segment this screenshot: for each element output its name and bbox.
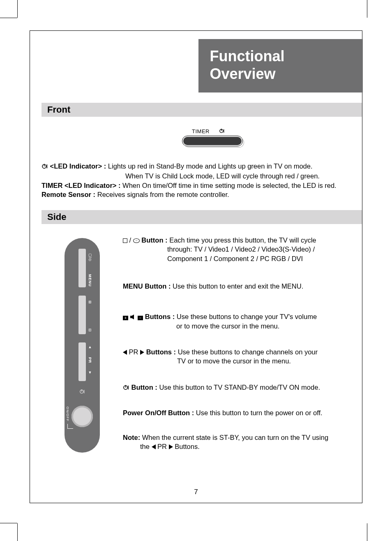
note-desc-2c: Buttons.	[173, 443, 200, 450]
power-icon	[123, 384, 129, 393]
minus-icon: −	[138, 316, 143, 320]
onoff-line	[67, 424, 73, 429]
side-button-pr	[78, 342, 86, 381]
section-header-side: Side	[42, 210, 362, 224]
page-number: 7	[30, 488, 362, 496]
side-button-volume	[78, 296, 86, 334]
vol-desc-2: or to move the cursor in the menu.	[123, 321, 350, 331]
standby-button-label: Button :	[131, 384, 157, 391]
volume-buttons-label: Buttons :	[145, 313, 175, 320]
source-button-label: Button :	[141, 236, 167, 244]
note-desc: Note: When the current state is ST-BY, y…	[123, 433, 350, 451]
pr-prefix: PR	[127, 348, 140, 356]
note-desc-2b: PR	[156, 443, 169, 450]
speaker-icon	[130, 312, 136, 321]
front-panel-diagram	[182, 136, 243, 146]
source-icon: ▢/⊙	[88, 253, 92, 261]
input-arrow-icon	[133, 238, 140, 243]
note-desc-2a: the	[140, 443, 152, 450]
remote-desc: Receives signals from the remote control…	[95, 191, 229, 198]
source-desc-1: Each time you press this button, the TV …	[168, 236, 316, 244]
vol-desc-1: Use these buttons to change your TV's vo…	[175, 313, 317, 320]
triangle-left-icon	[152, 444, 156, 449]
crop-mark	[0, 18, 17, 18]
crop-mark	[17, 0, 18, 18]
timer-indicator-label: TIMER <LED Indicator> :	[42, 182, 121, 189]
standby-button-desc: Button : Use this button to TV STAND-BY …	[123, 383, 350, 393]
onoff-label: ON/OFF	[66, 407, 69, 421]
title-box: Functional Overview	[198, 39, 363, 92]
side-panel-diagram: ▢/⊙ MENU ⊞ ⊟ ▲ PR ▼ ON/OFF	[65, 238, 100, 453]
timer-diagram-label: TIMER	[192, 128, 210, 134]
led-desc-line2: When TV is Child Lock mode, LED will cyc…	[42, 171, 350, 180]
menu-desc: Use this button to enter and exit the ME…	[171, 282, 303, 290]
source-desc-3: Component 1 / Component 2 / PC RGB / DVI	[123, 254, 350, 263]
front-description: <LED Indicator> : Lights up red in Stand…	[42, 162, 350, 199]
pr-buttons-label: Buttons :	[146, 348, 176, 356]
page-frame: Functional Overview Front TIMER <LED Ind…	[30, 30, 362, 503]
menu-button-label: MENU Button :	[123, 282, 171, 290]
crop-mark	[367, 523, 367, 541]
standby-desc: Use this button to TV STAND-BY mode/TV O…	[157, 384, 320, 391]
crop-mark	[17, 523, 18, 541]
power-icon	[79, 388, 85, 395]
note-label: Note:	[123, 434, 140, 441]
triangle-left-icon	[123, 350, 127, 355]
pr-desc-1: Use these buttons to change channels on …	[176, 348, 318, 356]
page-title: Functional Overview	[210, 47, 351, 83]
power-button-desc: Power On/Off Button : Use this button to…	[123, 408, 350, 417]
source-desc-2: through: TV / Video1 / Video2 / Video3(S…	[123, 245, 350, 254]
power-desc: Use this button to turn the power on or …	[194, 409, 322, 416]
crop-mark	[0, 523, 17, 523]
power-button-label: Power On/Off Button :	[123, 409, 194, 416]
section-header-front: Front	[42, 103, 362, 117]
triangle-up-icon: ▲	[88, 345, 92, 349]
side-button-source	[78, 249, 86, 287]
svg-marker-9	[130, 314, 134, 319]
note-desc-1: When the current state is ST-BY, you can…	[140, 434, 328, 441]
square-icon	[123, 238, 127, 243]
led-desc-line1: Lights up red in Stand-By mode and Light…	[106, 162, 312, 170]
pr-buttons-desc: PR Buttons : Use these buttons to change…	[123, 347, 350, 366]
vol-minus-icon: ⊟	[88, 328, 92, 332]
power-button-diagram	[71, 406, 93, 427]
vol-plus-icon: ⊞	[88, 301, 92, 304]
pr-label: PR	[88, 357, 92, 363]
remote-sensor-label: Remote Sensor :	[42, 191, 95, 198]
led-indicator-label: <LED Indicator> :	[50, 162, 106, 170]
triangle-right-icon	[169, 444, 173, 449]
timer-desc: When On time/Off time in time setting mo…	[121, 182, 337, 189]
triangle-right-icon	[140, 350, 144, 355]
plus-icon: +	[123, 316, 128, 320]
menu-button-desc: MENU Button : Use this button to enter a…	[123, 282, 350, 291]
triangle-down-icon: ▼	[88, 370, 92, 375]
power-icon	[219, 128, 225, 135]
power-icon	[42, 162, 48, 171]
crop-mark	[367, 0, 367, 18]
source-button-desc: / Button : Each time you press this butt…	[123, 236, 350, 263]
pr-desc-2: TV or to move the cursor in the menu.	[123, 356, 350, 365]
menu-label: MENU	[88, 274, 92, 287]
volume-buttons-desc: + − Buttons : Use these buttons to chang…	[123, 312, 350, 331]
